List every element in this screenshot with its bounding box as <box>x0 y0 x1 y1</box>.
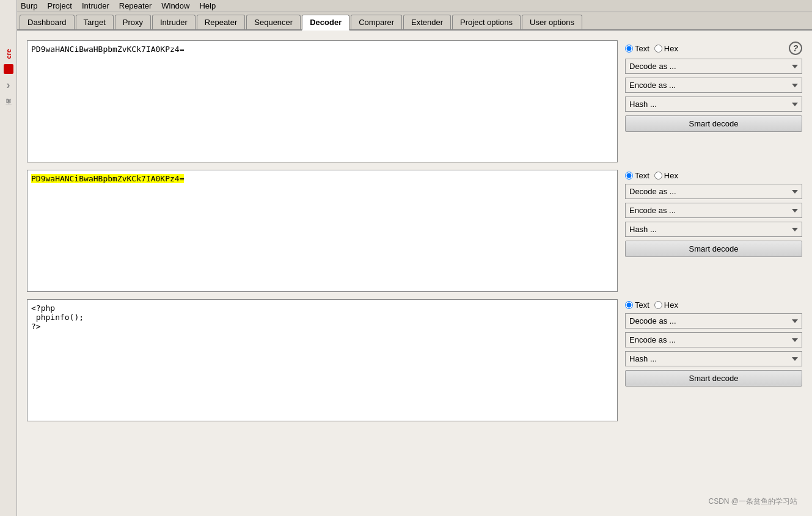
tab-proxy[interactable]: Proxy <box>115 15 151 29</box>
hash-select-1[interactable]: Hash ... SHA-1 SHA-256 MD5 <box>625 96 802 112</box>
decoder-controls-2: Text Hex Decode as ... URL HTML Base64 A… <box>625 170 802 257</box>
hash-select-3[interactable]: Hash ... SHA-1 SHA-256 MD5 <box>625 351 802 366</box>
tab-intruder[interactable]: Intruder <box>152 15 196 29</box>
radio-text-1[interactable] <box>625 45 633 53</box>
radio-hex-label-1[interactable]: Hex <box>654 44 678 53</box>
radio-text-label-3[interactable]: Text <box>625 300 649 310</box>
highlighted-text-2: PD9waHANCiBwaHBpbmZvKCk7IA0KPz4= <box>31 174 184 183</box>
main-content: PD9waHANCiBwaHBpbmZvKCk7IA0KPz4= Text He… <box>17 31 812 516</box>
help-icon-1[interactable]: ? <box>789 42 802 55</box>
sidebar-icon-red <box>4 64 13 74</box>
tab-comparer[interactable]: Comparer <box>351 15 402 29</box>
decoder-textarea-3[interactable]: <?php phpinfo(); ?> <box>27 299 618 421</box>
smart-decode-btn-3[interactable]: Smart decode <box>625 370 802 387</box>
decoder-row-1: PD9waHANCiBwaHBpbmZvKCk7IA0KPz4= Text He… <box>27 40 802 162</box>
sidebar-label: cre <box>5 49 12 59</box>
tab-user-options[interactable]: User options <box>522 15 582 29</box>
left-sidebar: cre › › 面 <box>0 0 17 516</box>
decoder-controls-3: Text Hex Decode as ... URL HTML Base64 A… <box>625 299 802 387</box>
radio-hex-1[interactable] <box>654 45 662 53</box>
radio-hex-label-3[interactable]: Hex <box>654 300 678 310</box>
menu-burp[interactable]: Burp <box>21 1 37 10</box>
decoder-textarea-1[interactable]: PD9waHANCiBwaHBpbmZvKCk7IA0KPz4= <box>27 40 618 162</box>
radio-text-2[interactable] <box>625 172 633 180</box>
outer-wrapper: Burp Project Intruder Repeater Window He… <box>17 0 812 516</box>
radio-group-3: Text Hex <box>625 300 802 310</box>
decode-as-select-1[interactable]: Decode as ... URL HTML Base64 ASCII hex … <box>625 59 802 74</box>
radio-text-label-2[interactable]: Text <box>625 171 649 180</box>
decoder-row-2: PD9waHANCiBwaHBpbmZvKCk7IA0KPz4= Text He… <box>27 170 802 292</box>
sidebar-arrow-right[interactable]: › <box>7 79 10 92</box>
menu-window[interactable]: Window <box>161 1 189 10</box>
smart-decode-btn-1[interactable]: Smart decode <box>625 115 802 132</box>
tab-extender[interactable]: Extender <box>403 15 451 29</box>
encode-as-select-2[interactable]: Encode as ... URL HTML Base64 ASCII hex <box>625 203 802 218</box>
decoder-row-3: <?php phpinfo(); ?> Text Hex Decode <box>27 299 802 421</box>
tab-target[interactable]: Target <box>76 15 114 29</box>
sidebar-arrow-right2[interactable]: › <box>7 94 10 107</box>
encode-as-select-3[interactable]: Encode as ... URL HTML Base64 ASCII hex <box>625 332 802 347</box>
decoder-textarea-2[interactable]: PD9waHANCiBwaHBpbmZvKCk7IA0KPz4= <box>27 170 618 292</box>
radio-group-2: Text Hex <box>625 171 802 180</box>
watermark: CSDN @一条贫鱼的学习站 <box>27 494 802 509</box>
smart-decode-btn-2[interactable]: Smart decode <box>625 241 802 257</box>
menu-project[interactable]: Project <box>47 1 71 10</box>
menu-help[interactable]: Help <box>199 1 216 10</box>
decoder-controls-1: Text Hex ? Decode as ... URL HTML <box>625 40 802 132</box>
menu-intruder[interactable]: Intruder <box>82 1 109 10</box>
tab-decoder[interactable]: Decoder <box>302 15 349 31</box>
hash-select-2[interactable]: Hash ... SHA-1 SHA-256 MD5 <box>625 222 802 237</box>
tab-sequencer[interactable]: Sequencer <box>246 15 301 29</box>
menu-bar: Burp Project Intruder Repeater Window He… <box>17 0 812 12</box>
radio-text-3[interactable] <box>625 301 633 309</box>
menu-repeater[interactable]: Repeater <box>119 1 152 10</box>
decode-as-select-3[interactable]: Decode as ... URL HTML Base64 ASCII hex <box>625 313 802 329</box>
radio-hex-label-2[interactable]: Hex <box>654 171 678 180</box>
tab-project-options[interactable]: Project options <box>452 15 521 29</box>
tab-dashboard[interactable]: Dashboard <box>20 15 75 29</box>
decode-as-select-2[interactable]: Decode as ... URL HTML Base64 ASCII hex <box>625 184 802 199</box>
decoder-panel: PD9waHANCiBwaHBpbmZvKCk7IA0KPz4= Text He… <box>27 40 802 421</box>
radio-text-label-1[interactable]: Text <box>625 44 649 53</box>
radio-hex-2[interactable] <box>654 172 662 180</box>
radio-group-1: Text Hex ? <box>625 42 802 55</box>
tab-repeater[interactable]: Repeater <box>197 15 245 29</box>
encode-as-select-1[interactable]: Encode as ... URL HTML Base64 ASCII hex … <box>625 78 802 93</box>
tab-bar: Dashboard Target Proxy Intruder Repeater… <box>17 12 812 31</box>
radio-hex-3[interactable] <box>654 301 662 309</box>
